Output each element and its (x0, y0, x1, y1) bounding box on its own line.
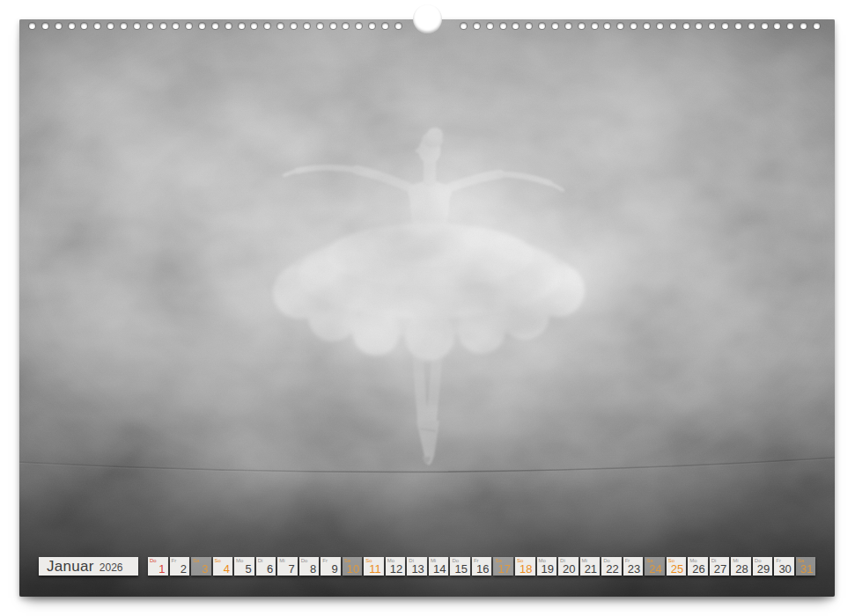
ballerina-tightrope-photo (19, 19, 835, 597)
day-cell-19: Mo19 (537, 557, 557, 576)
binding-hole (696, 23, 702, 29)
day-cell-12: Mo12 (386, 557, 406, 576)
day-cell-13: Di13 (407, 557, 427, 576)
binding-hole (199, 23, 205, 29)
day-number: 1 (158, 563, 165, 575)
day-cell-11: So11 (364, 557, 384, 576)
binding-hole (787, 23, 793, 29)
year-label: 2026 (100, 561, 123, 574)
binding-hole (487, 23, 493, 29)
binding-hole (147, 23, 153, 29)
binding-hole (617, 23, 623, 29)
day-cell-31: Sa31 (796, 557, 816, 576)
day-number: 15 (454, 563, 467, 575)
calendar-page: Januar 2026 Do1Fr2Sa3So4Mo5Di6Mi7Do8Fr9S… (19, 19, 835, 597)
day-cell-14: Mi14 (429, 557, 449, 576)
binding-hole (592, 23, 598, 29)
binding-hole (173, 23, 179, 29)
day-number: 3 (202, 563, 208, 575)
binding-hole (461, 23, 467, 29)
day-cell-1: Do1 (148, 557, 168, 576)
day-number: 31 (800, 563, 813, 575)
day-number: 16 (476, 563, 489, 575)
weekday-label: Fr (322, 558, 328, 563)
day-number: 30 (778, 563, 791, 575)
day-number: 18 (520, 563, 532, 575)
binding-hole (42, 23, 48, 29)
binding-hole (29, 23, 35, 29)
day-cell-8: Do8 (299, 557, 320, 576)
binding-hole (748, 23, 755, 29)
hanger-notch (413, 4, 442, 33)
day-cell-22: Do22 (601, 557, 622, 576)
binding-hole (291, 23, 297, 29)
binding-hole (343, 23, 349, 29)
binding-hole (264, 23, 270, 29)
day-number: 27 (714, 563, 726, 575)
day-cell-21: Mi21 (580, 557, 601, 576)
day-cell-10: Sa10 (343, 557, 363, 576)
binding-hole (225, 23, 232, 29)
month-name: Januar (47, 558, 94, 576)
day-number: 13 (411, 563, 424, 575)
binding-hole (382, 23, 388, 29)
binding-hole (500, 23, 506, 29)
day-number: 14 (433, 563, 446, 575)
binding-hole (539, 23, 545, 29)
day-number: 19 (542, 563, 554, 575)
day-number: 8 (310, 563, 316, 575)
binding-hole (251, 23, 257, 29)
weekday-label: Fr (172, 558, 177, 563)
binding-hole (552, 23, 558, 29)
binding-hole (800, 23, 807, 29)
day-number: 25 (671, 563, 683, 575)
binding-hole (814, 23, 820, 29)
binding-hole (81, 23, 87, 29)
binding-hole (774, 23, 780, 29)
binding-hole (709, 23, 715, 29)
day-cell-18: So18 (515, 557, 535, 576)
day-number: 10 (347, 563, 359, 575)
day-cell-15: Do15 (450, 557, 470, 576)
binding-hole (107, 23, 114, 29)
binding-hole (369, 23, 375, 29)
day-cell-25: So25 (667, 557, 687, 576)
binding-hole (94, 23, 100, 29)
binding-hole (277, 23, 284, 29)
binding-hole (330, 23, 336, 29)
day-cell-24: Sa24 (645, 557, 665, 576)
weekday-label: Do (301, 558, 308, 563)
binding-hole (526, 23, 532, 29)
binding-hole (69, 23, 75, 29)
weekday-label: Mi (279, 558, 284, 563)
binding-hole (395, 23, 402, 29)
day-cell-9: Fr9 (321, 557, 341, 576)
binding-hole (304, 23, 310, 29)
day-cell-7: Mi7 (277, 557, 298, 576)
binding-hole (657, 23, 663, 29)
day-cell-23: Fr23 (623, 557, 644, 576)
day-cell-4: So4 (213, 557, 233, 576)
day-number: 20 (563, 563, 575, 575)
day-cell-3: Sa3 (191, 557, 211, 576)
day-number: 26 (692, 563, 704, 575)
month-label-box: Januar 2026 (39, 557, 138, 576)
binding-hole (317, 23, 323, 29)
binding-hole (722, 23, 728, 29)
day-number: 23 (628, 563, 640, 575)
day-number: 29 (757, 563, 770, 575)
binding-hole (565, 23, 571, 29)
day-cell-30: Fr30 (774, 557, 794, 576)
binding-hole (186, 23, 192, 29)
weekday-label: Sa (193, 558, 199, 563)
day-number: 6 (267, 563, 273, 575)
day-number: 9 (332, 563, 338, 575)
binding-hole (134, 23, 140, 29)
day-cell-29: Do29 (753, 557, 773, 576)
day-cell-17: Sa17 (493, 557, 513, 576)
day-number: 22 (606, 563, 618, 575)
binding-hole (735, 23, 741, 29)
binding-hole (239, 23, 245, 29)
day-cell-2: Fr2 (170, 557, 190, 576)
day-number: 24 (649, 563, 661, 575)
